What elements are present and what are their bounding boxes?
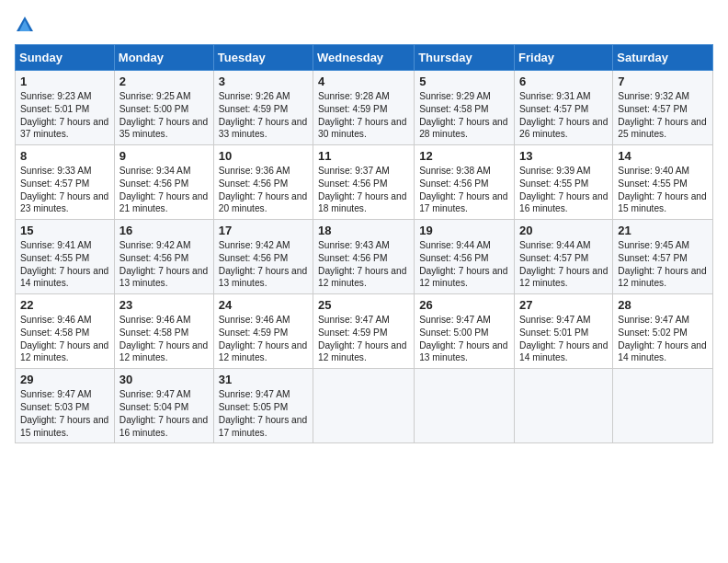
calendar-table: SundayMondayTuesdayWednesdayThursdayFrid… <box>15 44 713 443</box>
day-number: 15 <box>20 224 109 237</box>
cell-info: Sunrise: 9:47 AMSunset: 5:01 PMDaylight:… <box>519 315 608 362</box>
cell-info: Sunrise: 9:29 AMSunset: 4:58 PMDaylight:… <box>419 91 507 139</box>
day-number: 20 <box>519 224 608 237</box>
calendar-week-row: 22Sunrise: 9:46 AMSunset: 4:58 PMDayligh… <box>16 294 713 369</box>
cell-info: Sunrise: 9:23 AMSunset: 5:01 PMDaylight:… <box>20 91 108 139</box>
calendar-cell: 8Sunrise: 9:33 AMSunset: 4:57 PMDaylight… <box>16 145 115 220</box>
cell-info: Sunrise: 9:44 AMSunset: 4:57 PMDaylight:… <box>519 240 608 288</box>
cell-info: Sunrise: 9:38 AMSunset: 4:56 PMDaylight:… <box>419 166 507 213</box>
day-number: 1 <box>20 75 109 88</box>
cell-info: Sunrise: 9:31 AMSunset: 4:57 PMDaylight:… <box>519 91 608 139</box>
cell-info: Sunrise: 9:32 AMSunset: 4:57 PMDaylight:… <box>618 91 706 139</box>
page: SundayMondayTuesdayWednesdayThursdayFrid… <box>0 0 728 563</box>
day-number: 29 <box>20 373 109 386</box>
calendar-header-row: SundayMondayTuesdayWednesdayThursdayFrid… <box>16 45 713 71</box>
calendar-cell: 1Sunrise: 9:23 AMSunset: 5:01 PMDaylight… <box>16 71 115 145</box>
day-number: 30 <box>119 373 209 386</box>
calendar-week-row: 1Sunrise: 9:23 AMSunset: 5:01 PMDaylight… <box>16 71 713 145</box>
calendar-week-row: 8Sunrise: 9:33 AMSunset: 4:57 PMDaylight… <box>16 145 713 220</box>
cell-info: Sunrise: 9:47 AMSunset: 5:00 PMDaylight:… <box>419 315 507 362</box>
day-number: 10 <box>219 149 308 163</box>
day-number: 26 <box>419 298 509 312</box>
calendar-cell: 27Sunrise: 9:47 AMSunset: 5:01 PMDayligh… <box>515 294 613 369</box>
cell-info: Sunrise: 9:47 AMSunset: 5:02 PMDaylight:… <box>618 315 706 362</box>
day-number: 23 <box>119 298 209 312</box>
cell-info: Sunrise: 9:46 AMSunset: 4:59 PMDaylight:… <box>219 315 307 362</box>
calendar-cell: 24Sunrise: 9:46 AMSunset: 4:59 PMDayligh… <box>213 294 313 369</box>
day-number: 3 <box>219 75 308 88</box>
day-number: 18 <box>318 224 409 237</box>
day-number: 17 <box>219 224 308 237</box>
header <box>15 15 713 35</box>
calendar-cell <box>415 369 515 443</box>
cell-info: Sunrise: 9:40 AMSunset: 4:55 PMDaylight:… <box>618 166 706 213</box>
calendar-cell: 5Sunrise: 9:29 AMSunset: 4:58 PMDaylight… <box>415 71 515 145</box>
cell-info: Sunrise: 9:37 AMSunset: 4:56 PMDaylight:… <box>318 166 406 213</box>
day-number: 24 <box>219 298 308 312</box>
day-number: 25 <box>318 298 409 312</box>
calendar-cell: 17Sunrise: 9:42 AMSunset: 4:56 PMDayligh… <box>213 220 313 294</box>
day-header: Friday <box>515 45 613 71</box>
cell-info: Sunrise: 9:47 AMSunset: 4:59 PMDaylight:… <box>318 315 406 362</box>
day-number: 4 <box>318 75 409 88</box>
calendar-cell: 19Sunrise: 9:44 AMSunset: 4:56 PMDayligh… <box>415 220 515 294</box>
cell-info: Sunrise: 9:33 AMSunset: 4:57 PMDaylight:… <box>20 166 108 213</box>
calendar-cell: 4Sunrise: 9:28 AMSunset: 4:59 PMDaylight… <box>313 71 415 145</box>
calendar-cell <box>613 369 713 443</box>
day-number: 16 <box>119 224 209 237</box>
day-number: 8 <box>20 149 109 163</box>
calendar-cell <box>515 369 613 443</box>
day-header: Saturday <box>613 45 713 71</box>
calendar-cell: 11Sunrise: 9:37 AMSunset: 4:56 PMDayligh… <box>313 145 415 220</box>
calendar-cell: 10Sunrise: 9:36 AMSunset: 4:56 PMDayligh… <box>213 145 313 220</box>
calendar-week-row: 29Sunrise: 9:47 AMSunset: 5:03 PMDayligh… <box>16 369 713 443</box>
calendar-cell: 9Sunrise: 9:34 AMSunset: 4:56 PMDaylight… <box>114 145 213 220</box>
day-number: 31 <box>219 373 308 386</box>
day-number: 13 <box>519 149 608 163</box>
cell-info: Sunrise: 9:45 AMSunset: 4:57 PMDaylight:… <box>618 240 706 288</box>
day-header: Tuesday <box>213 45 313 71</box>
day-header: Sunday <box>16 45 115 71</box>
cell-info: Sunrise: 9:25 AMSunset: 5:00 PMDaylight:… <box>119 91 208 139</box>
day-header: Monday <box>114 45 213 71</box>
day-number: 19 <box>419 224 509 237</box>
calendar-cell <box>313 369 415 443</box>
calendar-cell: 25Sunrise: 9:47 AMSunset: 4:59 PMDayligh… <box>313 294 415 369</box>
calendar-cell: 14Sunrise: 9:40 AMSunset: 4:55 PMDayligh… <box>613 145 713 220</box>
day-number: 28 <box>618 298 708 312</box>
calendar-cell: 15Sunrise: 9:41 AMSunset: 4:55 PMDayligh… <box>16 220 115 294</box>
cell-info: Sunrise: 9:39 AMSunset: 4:55 PMDaylight:… <box>519 166 608 213</box>
calendar-cell: 30Sunrise: 9:47 AMSunset: 5:04 PMDayligh… <box>114 369 213 443</box>
cell-info: Sunrise: 9:41 AMSunset: 4:55 PMDaylight:… <box>20 240 108 288</box>
cell-info: Sunrise: 9:42 AMSunset: 4:56 PMDaylight:… <box>119 240 208 288</box>
day-header: Thursday <box>415 45 515 71</box>
day-number: 14 <box>618 149 708 163</box>
calendar-cell: 28Sunrise: 9:47 AMSunset: 5:02 PMDayligh… <box>613 294 713 369</box>
calendar-cell: 6Sunrise: 9:31 AMSunset: 4:57 PMDaylight… <box>515 71 613 145</box>
calendar-week-row: 15Sunrise: 9:41 AMSunset: 4:55 PMDayligh… <box>16 220 713 294</box>
cell-info: Sunrise: 9:28 AMSunset: 4:59 PMDaylight:… <box>318 91 406 139</box>
calendar-cell: 7Sunrise: 9:32 AMSunset: 4:57 PMDaylight… <box>613 71 713 145</box>
logo-icon <box>15 15 35 35</box>
calendar-cell: 31Sunrise: 9:47 AMSunset: 5:05 PMDayligh… <box>213 369 313 443</box>
logo <box>15 15 39 35</box>
calendar-cell: 3Sunrise: 9:26 AMSunset: 4:59 PMDaylight… <box>213 71 313 145</box>
calendar-cell: 13Sunrise: 9:39 AMSunset: 4:55 PMDayligh… <box>515 145 613 220</box>
calendar-cell: 18Sunrise: 9:43 AMSunset: 4:56 PMDayligh… <box>313 220 415 294</box>
calendar-cell: 12Sunrise: 9:38 AMSunset: 4:56 PMDayligh… <box>415 145 515 220</box>
day-number: 27 <box>519 298 608 312</box>
day-number: 2 <box>119 75 209 88</box>
calendar-cell: 29Sunrise: 9:47 AMSunset: 5:03 PMDayligh… <box>16 369 115 443</box>
day-number: 11 <box>318 149 409 163</box>
cell-info: Sunrise: 9:47 AMSunset: 5:05 PMDaylight:… <box>219 389 307 437</box>
calendar-cell: 2Sunrise: 9:25 AMSunset: 5:00 PMDaylight… <box>114 71 213 145</box>
cell-info: Sunrise: 9:46 AMSunset: 4:58 PMDaylight:… <box>20 315 108 362</box>
cell-info: Sunrise: 9:42 AMSunset: 4:56 PMDaylight:… <box>219 240 307 288</box>
cell-info: Sunrise: 9:36 AMSunset: 4:56 PMDaylight:… <box>219 166 307 213</box>
cell-info: Sunrise: 9:34 AMSunset: 4:56 PMDaylight:… <box>119 166 208 213</box>
day-number: 6 <box>519 75 608 88</box>
day-header: Wednesday <box>313 45 415 71</box>
cell-info: Sunrise: 9:47 AMSunset: 5:04 PMDaylight:… <box>119 389 208 437</box>
day-number: 12 <box>419 149 509 163</box>
day-number: 21 <box>618 224 708 237</box>
